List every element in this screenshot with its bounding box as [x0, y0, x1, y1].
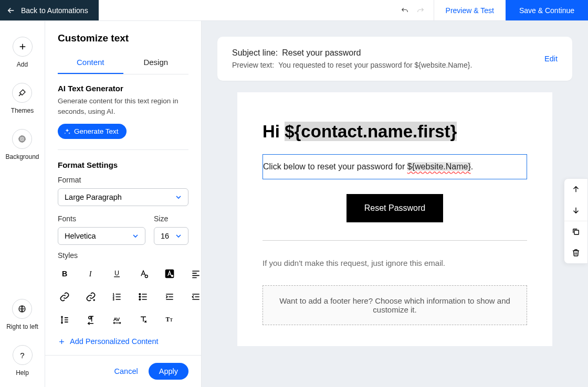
add-personalized-content[interactable]: Add Personalized Content: [58, 337, 188, 346]
sparkle-icon: [64, 128, 71, 135]
svg-point-14: [139, 299, 141, 300]
fonts-select[interactable]: Helvetica: [58, 227, 145, 245]
editor-canvas: Subject line: Reset your password Previe…: [202, 21, 588, 387]
customize-panel: Customize text Content Design AI Text Ge…: [45, 21, 202, 387]
size-select[interactable]: 16: [154, 227, 188, 245]
svg-point-8: [171, 275, 173, 277]
ordered-list-button[interactable]: 123: [110, 290, 124, 304]
svg-point-12: [139, 294, 141, 295]
edit-subject-button[interactable]: Edit: [544, 55, 558, 63]
copy-icon: [571, 227, 581, 236]
generate-text-button[interactable]: Generate Text: [58, 124, 127, 139]
svg-text:3: 3: [113, 298, 114, 301]
preview-test-button[interactable]: Preview & Test: [434, 0, 506, 20]
rail-rtl[interactable]: Right to left: [6, 299, 38, 330]
greeting-heading[interactable]: Hi ${contact.name.first}: [262, 122, 527, 142]
rail-themes[interactable]: Themes: [11, 83, 34, 114]
question-icon: ?: [20, 351, 24, 360]
duplicate-button[interactable]: [564, 221, 587, 242]
heading-style-button[interactable]: TT: [163, 313, 176, 327]
format-heading: Format Settings: [58, 160, 188, 169]
svg-rect-18: [574, 230, 579, 234]
svg-text:T: T: [170, 318, 173, 322]
reset-password-button[interactable]: Reset Password: [346, 194, 444, 222]
undo-icon[interactable]: [400, 6, 410, 15]
chevron-down-icon: [132, 233, 139, 239]
plus-icon: [58, 338, 66, 346]
email-body[interactable]: Hi ${contact.name.first} Click below to …: [237, 92, 552, 346]
delete-button[interactable]: [564, 242, 587, 263]
svg-point-0: [19, 136, 25, 142]
globe-icon: [17, 304, 27, 314]
svg-point-6: [145, 275, 148, 278]
ignore-text[interactable]: If you didn't make this request, just ig…: [262, 259, 527, 267]
outdent-button[interactable]: [189, 290, 201, 304]
selected-text-block[interactable]: Click below to reset your password for $…: [262, 154, 527, 179]
format-select[interactable]: Large Paragraph: [58, 188, 188, 206]
size-label: Size: [154, 214, 188, 223]
hatch-icon: [17, 134, 27, 144]
brush-icon: [17, 88, 27, 98]
unlink-button[interactable]: [84, 290, 98, 304]
subject-line-label: Subject line:: [232, 48, 278, 58]
redo-icon[interactable]: [416, 6, 425, 15]
back-to-automations-button[interactable]: Back to Automations: [0, 0, 99, 20]
plus-icon: [18, 42, 27, 51]
panel-title: Customize text: [58, 33, 188, 44]
svg-text:AV: AV: [113, 317, 120, 322]
back-label: Back to Automations: [21, 6, 88, 15]
arrow-up-icon: [571, 185, 581, 194]
tab-content[interactable]: Content: [58, 53, 123, 74]
svg-point-13: [139, 296, 141, 298]
subject-card: Subject line: Reset your password Previe…: [217, 37, 572, 81]
styles-label: Styles: [58, 251, 188, 260]
rail-add[interactable]: Add: [13, 37, 33, 68]
tab-design[interactable]: Design: [123, 53, 189, 74]
indent-button[interactable]: [163, 290, 176, 304]
arrow-down-icon: [571, 206, 581, 215]
cancel-button[interactable]: Cancel: [114, 367, 138, 375]
ai-heading: AI Text Generator: [58, 84, 188, 93]
ai-sub: Generate content for this text region in…: [58, 96, 188, 116]
bold-button[interactable]: B: [58, 267, 71, 281]
underline-button[interactable]: U: [110, 267, 124, 281]
text-color-button[interactable]: [136, 267, 150, 281]
move-down-button[interactable]: [564, 200, 587, 221]
preview-text-value: You requested to reset your password for…: [278, 61, 472, 69]
clear-format-button[interactable]: [136, 313, 150, 327]
move-up-button[interactable]: [564, 179, 587, 200]
chevron-down-icon: [175, 233, 182, 239]
contact-name-variable: ${contact.name.first}: [285, 122, 457, 141]
rail-help[interactable]: ? Help: [13, 345, 33, 377]
preview-text-label: Preview text:: [232, 61, 274, 69]
rail-background[interactable]: Background: [5, 129, 39, 160]
divider: [262, 240, 527, 241]
unordered-list-button[interactable]: [136, 290, 150, 304]
footer-placeholder[interactable]: Want to add a footer here? Choose which …: [262, 285, 527, 325]
svg-text:B: B: [62, 270, 67, 278]
subject-line-value: Reset your password: [282, 48, 361, 58]
trash-icon: [571, 248, 581, 257]
svg-text:I: I: [89, 270, 92, 278]
svg-text:T: T: [166, 316, 170, 323]
align-button[interactable]: [189, 267, 201, 281]
text-direction-button[interactable]: [84, 313, 98, 327]
italic-button[interactable]: I: [84, 267, 98, 281]
chevron-down-icon: [175, 194, 182, 200]
letter-spacing-button[interactable]: AV: [110, 313, 124, 327]
website-name-variable: ${website.Name}: [407, 162, 471, 171]
line-height-button[interactable]: [58, 313, 71, 327]
fonts-label: Fonts: [58, 214, 145, 223]
link-button[interactable]: [58, 290, 71, 304]
arrow-left-icon: [6, 6, 16, 15]
apply-button[interactable]: Apply: [149, 363, 188, 380]
highlight-button[interactable]: [163, 267, 176, 281]
svg-text:U: U: [114, 270, 119, 277]
save-continue-button[interactable]: Save & Continue: [506, 0, 588, 20]
format-label: Format: [58, 176, 188, 184]
block-floating-toolbar: [564, 178, 588, 264]
tool-rail: Add Themes Background Right to left ? He…: [0, 21, 45, 387]
